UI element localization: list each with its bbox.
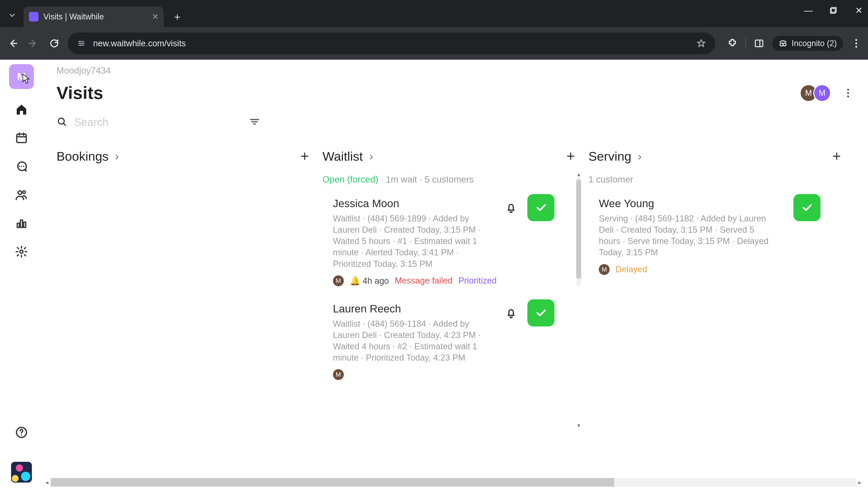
nav-home[interactable] <box>13 101 30 118</box>
sidepanel-icon[interactable] <box>753 37 765 50</box>
page-menu-button[interactable] <box>842 87 855 99</box>
svg-point-17 <box>21 166 22 167</box>
chrome-menu-icon[interactable] <box>850 37 863 50</box>
add-serving-button[interactable]: + <box>833 148 841 164</box>
svg-point-8 <box>783 43 786 46</box>
scroll-down-icon[interactable]: ▾ <box>576 422 582 428</box>
alert-button[interactable] <box>502 304 520 322</box>
svg-rect-23 <box>24 222 26 227</box>
svg-point-27 <box>847 89 849 91</box>
customer-meta: Serving · (484) 569-1182 · Added by Laur… <box>599 213 771 258</box>
bookmark-star-icon[interactable] <box>695 37 707 49</box>
serving-status: 1 customer <box>588 174 855 185</box>
assignee-badge: M <box>333 275 344 286</box>
svg-point-28 <box>847 92 849 94</box>
nav-settings[interactable] <box>13 243 30 260</box>
svg-point-19 <box>18 191 22 195</box>
toolbar-divider <box>745 37 746 49</box>
user-avatar[interactable] <box>11 462 32 483</box>
nav-customers[interactable] <box>13 187 30 203</box>
column-title-serving[interactable]: Serving <box>588 149 643 164</box>
serve-button[interactable] <box>527 299 555 326</box>
svg-point-3 <box>82 43 84 44</box>
serve-button[interactable] <box>527 194 555 221</box>
site-settings-icon[interactable] <box>76 38 87 49</box>
alert-button[interactable] <box>502 199 520 216</box>
filter-icon[interactable] <box>249 116 260 128</box>
serving-card[interactable]: Wee Young Serving · (484) 569-1182 · Add… <box>588 192 839 286</box>
svg-point-26 <box>21 434 22 435</box>
add-booking-button[interactable]: + <box>301 148 309 164</box>
svg-rect-5 <box>755 40 763 46</box>
svg-point-10 <box>855 42 857 44</box>
svg-point-4 <box>80 44 81 46</box>
nav-analytics[interactable] <box>13 215 30 231</box>
nav-help[interactable] <box>13 424 30 441</box>
svg-rect-22 <box>20 220 22 228</box>
delayed-tag: Delayed <box>616 265 647 274</box>
assignee-badge: M <box>333 369 344 380</box>
tab-title: Visits | Waitwhile <box>43 12 104 22</box>
search-input[interactable] <box>74 116 242 128</box>
presence-avatars[interactable]: M M <box>804 84 831 102</box>
message-failed-tag: Message failed <box>395 276 453 286</box>
add-waitlist-button[interactable]: + <box>566 148 575 164</box>
extensions-icon[interactable] <box>726 37 739 50</box>
svg-point-11 <box>855 46 857 48</box>
page-title: Visits <box>57 83 103 103</box>
nav-messages[interactable] <box>13 158 30 174</box>
svg-point-9 <box>855 39 857 41</box>
assignee-badge: M <box>599 264 610 275</box>
customer-meta: Waitlist · (484) 569-1184 · Added by Lau… <box>333 318 482 363</box>
incognito-label: Incognito (2) <box>792 39 837 48</box>
svg-rect-21 <box>17 223 19 228</box>
incognito-chip[interactable]: Incognito (2) <box>772 36 843 51</box>
hscroll-thumb[interactable] <box>51 478 614 487</box>
chevron-right-icon <box>636 149 643 164</box>
org-switcher[interactable]: M <box>9 64 34 89</box>
window-maximize-icon[interactable] <box>827 4 840 17</box>
svg-point-2 <box>79 41 81 42</box>
window-close-icon[interactable]: ✕ <box>852 4 865 17</box>
svg-point-20 <box>23 191 26 193</box>
svg-point-24 <box>20 250 23 253</box>
column-title-waitlist[interactable]: Waitlist <box>322 149 375 164</box>
search-icon <box>57 116 67 128</box>
svg-line-31 <box>63 123 66 125</box>
waitlist-status: Open (forced) · 1m wait · 5 customers <box>322 174 589 185</box>
tab-search-dropdown[interactable] <box>3 6 22 25</box>
cursor-icon <box>22 73 30 84</box>
waitlist-card[interactable]: Jessica Moon Waitlist · (484) 569-1899 ·… <box>322 192 573 297</box>
address-bar[interactable]: new.waitwhile.com/visits <box>68 33 715 54</box>
svg-point-29 <box>847 95 849 97</box>
tab-favicon <box>29 12 38 22</box>
nav-reload-button[interactable] <box>47 36 61 51</box>
hscroll-track <box>51 478 856 487</box>
chevron-right-icon <box>114 149 120 164</box>
svg-point-18 <box>23 166 24 167</box>
prioritized-tag: Prioritized <box>458 276 497 286</box>
hscroll-left-icon[interactable]: ◂ <box>43 479 51 486</box>
chevron-right-icon <box>368 149 375 164</box>
svg-rect-12 <box>17 134 26 142</box>
new-tab-button[interactable]: ＋ <box>170 10 184 24</box>
nav-calendar[interactable] <box>13 130 30 146</box>
svg-point-16 <box>19 166 20 167</box>
tab-close-icon[interactable]: ✕ <box>152 12 159 22</box>
url-text: new.waitwhile.com/visits <box>93 39 689 48</box>
nav-back-button[interactable] <box>5 36 20 51</box>
customer-meta: Waitlist · (484) 569-1899 · Added by Lau… <box>333 213 482 269</box>
alert-time-tag: 🔔 4h ago <box>350 276 389 286</box>
waitlist-card[interactable]: Lauren Reech Waitlist · (484) 569-1184 ·… <box>322 297 573 392</box>
browser-tab[interactable]: Visits | Waitwhile ✕ <box>24 6 164 27</box>
column-title-bookings[interactable]: Bookings <box>57 149 120 164</box>
window-minimize-icon[interactable]: ― <box>802 4 815 17</box>
complete-button[interactable] <box>794 194 820 221</box>
breadcrumb[interactable]: Moodjoy7434 <box>57 64 855 77</box>
scroll-up-icon[interactable]: ▴ <box>576 171 582 177</box>
hscroll-right-icon[interactable]: ▸ <box>856 479 864 486</box>
presence-avatar: M <box>813 84 831 102</box>
nav-forward-button[interactable] <box>26 36 41 51</box>
